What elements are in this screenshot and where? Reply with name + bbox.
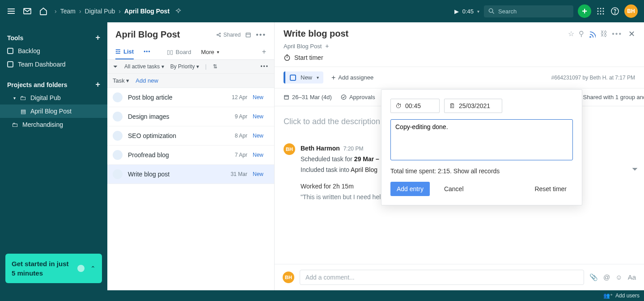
- tab-board[interactable]: ▯▯Board: [167, 45, 191, 59]
- task-date: 7 Apr: [227, 152, 247, 158]
- rss-icon[interactable]: [589, 30, 596, 38]
- layout-icon: [7, 61, 13, 67]
- assignee-avatar: [113, 131, 123, 141]
- breadcrumb-team[interactable]: Team: [60, 8, 76, 15]
- task-row[interactable]: SEO optimization8 AprNew: [107, 126, 274, 146]
- add-tab-icon[interactable]: +: [262, 44, 266, 59]
- task-date: 12 Apr: [227, 94, 247, 100]
- task-list: Post blog article12 AprNewDesign images9…: [107, 88, 274, 290]
- comment-avatar: BH: [283, 272, 294, 283]
- sort-icon[interactable]: ⇅: [213, 63, 217, 70]
- sidebar-item-label: April Blog Post: [30, 108, 72, 115]
- task-id-line: #664231097 by Beth H. at 7:17 PM: [551, 75, 635, 81]
- svg-point-17: [217, 34, 218, 35]
- task-row[interactable]: Post blog article12 AprNew: [107, 88, 274, 107]
- add-button[interactable]: +: [578, 4, 591, 18]
- format-icon[interactable]: Aa: [628, 273, 636, 281]
- tab-more[interactable]: More▾: [201, 45, 219, 59]
- task-name: Design images: [128, 113, 221, 120]
- time-input[interactable]: ⏱00:45: [390, 99, 440, 113]
- start-timer-button[interactable]: Start timer: [294, 54, 323, 61]
- tab-list[interactable]: ☲List: [115, 45, 134, 59]
- folder-icon: 🗀: [12, 121, 18, 128]
- search-input[interactable]: Search: [484, 5, 573, 17]
- svg-point-24: [590, 37, 591, 38]
- emoji-icon[interactable]: ☺: [615, 273, 622, 281]
- chevron-up-icon: ⌃: [90, 265, 96, 272]
- shared-with[interactable]: ⠪ Shared with 1 group and 1 person: [576, 94, 644, 100]
- status-selector[interactable]: New ▾: [284, 71, 323, 84]
- pin-icon[interactable]: ⚲: [579, 29, 584, 38]
- activity-filter-icon[interactable]: ⏷: [631, 165, 639, 173]
- list-title: April Blog Post: [115, 29, 212, 40]
- more-icon[interactable]: •••: [612, 30, 622, 38]
- attach-icon[interactable]: 📎: [589, 273, 598, 281]
- date-input[interactable]: 🗓25/03/2021: [444, 99, 502, 113]
- add-users-button[interactable]: Add users: [615, 293, 640, 299]
- cancel-button[interactable]: Cancel: [438, 182, 470, 196]
- task-col-header[interactable]: Task ▾: [113, 77, 129, 84]
- total-time: Total time spent: 2:15.: [390, 167, 453, 175]
- date-range[interactable]: 26–31 Mar (4d): [284, 94, 332, 100]
- user-avatar[interactable]: BH: [624, 4, 638, 18]
- svg-rect-22: [246, 33, 250, 37]
- filter-more-icon[interactable]: •••: [260, 63, 269, 70]
- star-icon[interactable]: ☆: [568, 29, 574, 38]
- timer-icon: [284, 54, 291, 61]
- detail-breadcrumb[interactable]: April Blog Post: [284, 43, 322, 50]
- svg-line-5: [492, 12, 494, 14]
- add-users-icon[interactable]: 👥⁺: [603, 293, 613, 299]
- add-assignee-button[interactable]: +Add assignee: [331, 74, 373, 82]
- breadcrumb-digitalpub[interactable]: Digital Pub: [85, 8, 115, 15]
- link-icon[interactable]: ⛓: [600, 30, 607, 38]
- task-row[interactable]: Design images9 AprNew: [107, 107, 274, 126]
- get-started-banner[interactable]: Get started in just 5 minutes ⌃: [5, 254, 102, 283]
- pin-icon[interactable]: [173, 6, 183, 16]
- folder-icon: 🗀: [20, 94, 26, 101]
- stopwatch-icon: ⏱: [395, 102, 402, 109]
- add-project-icon[interactable]: +: [95, 80, 100, 89]
- shared-indicator[interactable]: Shared: [216, 32, 241, 38]
- sidebar-item-april-blog[interactable]: ▤April Blog Post: [0, 105, 107, 118]
- close-icon[interactable]: ✕: [628, 29, 635, 39]
- svg-point-8: [603, 8, 604, 9]
- svg-point-18: [220, 33, 220, 33]
- mention-icon[interactable]: @: [603, 273, 610, 281]
- task-title[interactable]: Write blog post: [284, 29, 564, 39]
- approvals-button[interactable]: Approvals: [341, 94, 375, 100]
- sidebar-item-label: Team Dashboard: [18, 61, 66, 68]
- task-name: SEO optimization: [128, 132, 221, 139]
- topbar-timer[interactable]: ▶ 0:45 ▾: [454, 8, 479, 15]
- show-all-records[interactable]: Show all records: [453, 167, 500, 175]
- home-icon[interactable]: [38, 6, 48, 16]
- add-new-task[interactable]: Add new: [136, 77, 158, 84]
- task-row[interactable]: Write blog post31 MarNew: [107, 165, 274, 184]
- apps-icon[interactable]: [596, 6, 606, 16]
- help-icon[interactable]: [610, 6, 620, 16]
- filter-icon[interactable]: ⏷: [113, 63, 118, 70]
- task-row[interactable]: Proofread blog7 AprNew: [107, 146, 274, 165]
- note-input[interactable]: [390, 119, 573, 160]
- breadcrumb-current[interactable]: April Blog Post: [124, 8, 169, 15]
- getstarted-line1: Get started in just: [12, 259, 69, 268]
- timer-value: 0:45: [462, 8, 474, 15]
- menu-icon[interactable]: [6, 6, 16, 16]
- reset-timer-button[interactable]: Reset timer: [528, 182, 573, 196]
- more-icon[interactable]: •••: [256, 31, 266, 39]
- filter-sort[interactable]: By Priority ▾: [170, 63, 199, 70]
- add-entry-button[interactable]: Add entry: [390, 182, 430, 196]
- sidebar-item-backlog[interactable]: Backlog: [0, 44, 107, 58]
- filter-active[interactable]: All active tasks ▾: [124, 63, 164, 70]
- sidebar-item-digitalpub[interactable]: ▾🗀Digital Pub: [0, 91, 107, 105]
- tab-list-menu[interactable]: •••: [144, 49, 151, 55]
- add-tool-icon[interactable]: +: [95, 33, 100, 42]
- calendar-icon[interactable]: [245, 32, 251, 38]
- sidebar-item-dashboard[interactable]: Team Dashboard: [0, 58, 107, 71]
- mail-icon[interactable]: [22, 6, 32, 16]
- svg-point-19: [220, 35, 220, 36]
- svg-point-12: [597, 13, 599, 15]
- svg-point-7: [600, 8, 602, 9]
- add-folder-icon[interactable]: +: [325, 42, 329, 50]
- sidebar-item-merch[interactable]: 🗀Merchandising: [0, 118, 107, 131]
- comment-input[interactable]: Add a comment...: [300, 270, 584, 285]
